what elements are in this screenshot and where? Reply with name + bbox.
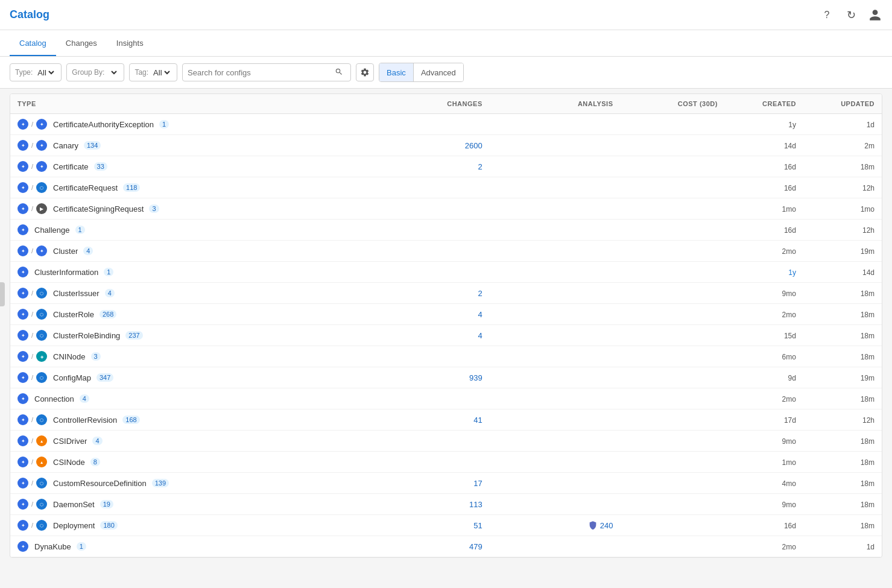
svg-text:✦: ✦ (21, 333, 25, 338)
primary-icon: ✦ (17, 288, 28, 299)
table-row[interactable]: ✦/⬡Deployment1805124016d18m (10, 515, 882, 536)
table-row[interactable]: ✦/✦Cluster42mo19m (10, 241, 882, 262)
type-name: Connection (34, 394, 74, 403)
table-row[interactable]: ✦/⬡DaemonSet191139mo18m (10, 494, 882, 515)
svg-text:⬡: ⬡ (40, 417, 43, 423)
user-icon[interactable] (868, 8, 882, 22)
created-cell: 4mo (725, 473, 803, 494)
analysis-cell (490, 536, 621, 557)
changes-cell: 113 (402, 494, 490, 515)
left-panel-toggle[interactable] (0, 282, 5, 306)
secondary-icon: ⬡ (36, 499, 47, 510)
col-updated: UPDATED (803, 94, 882, 114)
svg-text:✦: ✦ (21, 375, 25, 381)
search-input[interactable] (188, 68, 332, 77)
type-name: CNINode (53, 352, 85, 361)
table-row[interactable]: ✦/▲CSIDriver49mo18m (10, 431, 882, 452)
updated-value: 1d (867, 543, 875, 551)
svg-text:✦: ✦ (21, 312, 25, 317)
groupby-select[interactable] (107, 68, 119, 78)
slash-separator: / (31, 437, 33, 444)
analysis-cell (490, 452, 621, 473)
tab-insights[interactable]: Insights (107, 31, 153, 56)
svg-text:✦: ✦ (21, 523, 25, 528)
table-row[interactable]: ✦/⬡ClusterIssuer429mo18m (10, 283, 882, 304)
tab-changes[interactable]: Changes (56, 31, 107, 56)
table-row[interactable]: ✦/⬡CustomResourceDefinition139174mo18m (10, 473, 882, 494)
col-cost: COST (30D) (621, 94, 725, 114)
changes-value: 113 (469, 500, 482, 509)
table-row[interactable]: ✦/⬡CertificateRequest11816d12h (10, 177, 882, 198)
changes-cell: 2600 (402, 135, 490, 156)
svg-text:✦: ✦ (21, 185, 25, 191)
type-select[interactable]: All (35, 68, 56, 78)
secondary-icon: ⬡ (36, 182, 47, 193)
changes-value: 2 (478, 162, 482, 171)
table-row[interactable]: ✦ClusterInformation11y14d (10, 262, 882, 283)
type-name: CertificateAuthorityException (53, 120, 154, 129)
analysis-cell (490, 262, 621, 283)
analysis-cell (490, 494, 621, 515)
table-row[interactable]: ✦DynaKube14792mo1d (10, 536, 882, 557)
svg-text:✦: ✦ (21, 460, 25, 465)
updated-value: 2m (864, 142, 875, 150)
cost-cell (621, 494, 725, 515)
col-analysis: ANALYSIS (490, 94, 621, 114)
basic-view-button[interactable]: Basic (379, 63, 414, 81)
table-row[interactable]: ✦/⬡ControllerRevision1684117d12h (10, 409, 882, 431)
count-badge: 1 (75, 226, 85, 234)
settings-button[interactable] (356, 63, 374, 81)
cost-cell (621, 262, 725, 283)
changes-cell: 17 (402, 473, 490, 494)
refresh-icon[interactable]: ↻ (844, 8, 858, 22)
count-badge: 1 (77, 542, 86, 551)
svg-text:✦: ✦ (40, 122, 44, 127)
svg-text:✦: ✦ (40, 164, 44, 169)
analysis-cell (490, 409, 621, 431)
table-row[interactable]: ✦/◈CNINode36mo18m (10, 346, 882, 367)
updated-cell: 18m (803, 473, 882, 494)
table-row[interactable]: ✦/▶CertificateSigningRequest31mo1mo (10, 198, 882, 220)
search-button[interactable] (332, 68, 346, 78)
cost-cell (621, 135, 725, 156)
top-nav: Catalog ? ↻ (0, 0, 892, 30)
created-value: 17d (784, 416, 796, 425)
primary-icon: ✦ (17, 351, 28, 362)
table-row[interactable]: ✦Connection42mo18m (10, 388, 882, 409)
created-cell: 1y (725, 262, 803, 283)
table-row[interactable]: ✦/⬡ClusterRoleBinding237415d18m (10, 325, 882, 346)
count-badge: 33 (94, 162, 107, 171)
table-row[interactable]: ✦Challenge116d12h (10, 220, 882, 241)
cost-cell (621, 177, 725, 198)
table-row[interactable]: ✦/✦Canary134260014d2m (10, 135, 882, 156)
analysis-cell (490, 198, 621, 220)
updated-cell: 18m (803, 452, 882, 473)
cost-cell (621, 283, 725, 304)
type-name: CSINode (53, 458, 85, 467)
table-row[interactable]: ✦/⬡ConfigMap3479399d19m (10, 367, 882, 388)
table-row[interactable]: ✦/✦CertificateAuthorityException11y1d (10, 114, 882, 135)
count-badge: 4 (92, 437, 102, 445)
created-cell: 16d (725, 220, 803, 241)
primary-icon: ✦ (17, 541, 28, 552)
svg-text:✦: ✦ (21, 354, 25, 359)
cost-cell (621, 304, 725, 325)
table-row[interactable]: ✦/✦Certificate33216d18m (10, 156, 882, 177)
created-value: 16d (784, 226, 796, 235)
analysis-cell (490, 135, 621, 156)
updated-value: 18m (861, 522, 875, 530)
tab-catalog[interactable]: Catalog (10, 31, 56, 56)
svg-text:⬡: ⬡ (40, 523, 43, 528)
created-value: 1mo (782, 205, 796, 213)
updated-cell: 18m (803, 494, 882, 515)
count-badge: 1 (159, 120, 169, 128)
type-name: Canary (53, 141, 78, 150)
advanced-view-button[interactable]: Advanced (414, 63, 463, 81)
tag-select[interactable]: All (151, 68, 172, 78)
table-row[interactable]: ✦/▲CSINode81mo18m (10, 452, 882, 473)
created-cell: 9mo (725, 283, 803, 304)
help-icon[interactable]: ? (820, 8, 834, 22)
svg-text:✦: ✦ (21, 248, 25, 254)
table-row[interactable]: ✦/⬡ClusterRole26842mo18m (10, 304, 882, 325)
svg-text:▲: ▲ (40, 439, 44, 443)
